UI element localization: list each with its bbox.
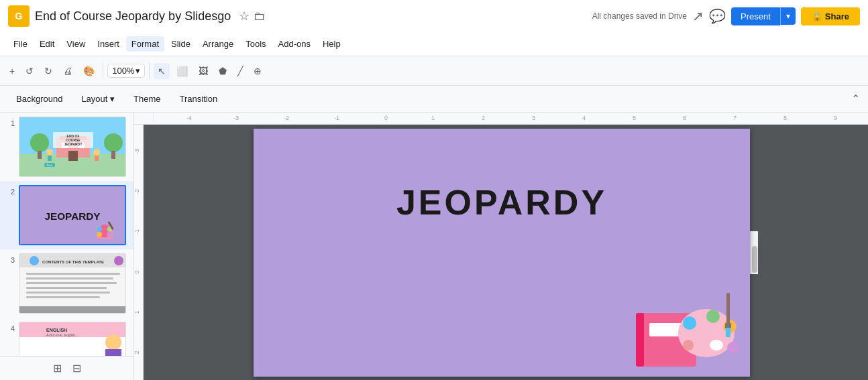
select-tool[interactable]: ↖	[154, 63, 170, 79]
slide-item-3[interactable]: 3 CONTENTS OF THIS TEMPLATE	[0, 249, 133, 318]
menu-tools[interactable]: Tools	[240, 36, 271, 52]
collapse-button[interactable]: ⌃	[851, 92, 860, 105]
svg-text:-1: -1	[334, 115, 339, 121]
title-bar: G End of Course Jeopardy by Slidesgo ☆ 🗀…	[0, 0, 868, 32]
slide-2-svg: JEOPARDY	[19, 186, 126, 244]
svg-text:2: 2	[134, 351, 140, 354]
save-status: All changes saved in Drive	[592, 11, 687, 21]
svg-text:-2: -2	[134, 189, 140, 194]
slide-thumb-2: JEOPARDY	[19, 185, 126, 245]
lock-icon: 🔒	[812, 11, 822, 21]
svg-rect-36	[26, 273, 120, 275]
share-label: Share	[825, 11, 849, 21]
svg-point-29	[107, 232, 113, 237]
menu-edit[interactable]: Edit	[34, 36, 60, 52]
svg-point-47	[105, 334, 121, 351]
svg-text:1: 1	[134, 310, 140, 314]
svg-point-35	[114, 256, 123, 265]
main-content: 1	[0, 113, 868, 380]
theme-button[interactable]: Theme	[125, 91, 168, 107]
frame-tool[interactable]: ⬜	[172, 63, 192, 79]
svg-rect-38	[26, 282, 117, 284]
undo-button[interactable]: ↺	[21, 63, 38, 79]
svg-text:3: 3	[532, 115, 535, 121]
menu-format[interactable]: Format	[126, 36, 164, 52]
canvas-area: -4 -3 -2 -1 0 1 2 3 4 5 6 7 8 9 -3	[134, 113, 868, 380]
redo-button[interactable]: ↻	[40, 63, 56, 79]
list-view-button[interactable]: ⊟	[70, 361, 84, 376]
svg-rect-40	[26, 292, 110, 294]
line-tool[interactable]: ╱	[233, 63, 247, 79]
background-button[interactable]: Background	[8, 91, 70, 107]
svg-text:-1: -1	[134, 229, 140, 235]
svg-rect-11	[111, 151, 115, 159]
slide-number-4: 4	[5, 324, 15, 332]
svg-text:-4: -4	[186, 115, 192, 121]
svg-text:JEOPARDY: JEOPARDY	[45, 210, 101, 222]
ruler-ticks-h: -4 -3 -2 -1 0 1 2 3 4 5 6 7 8 9	[153, 113, 864, 123]
svg-rect-9	[38, 151, 42, 159]
menu-insert[interactable]: Insert	[92, 36, 125, 52]
scrollbar-thumb[interactable]	[752, 246, 757, 273]
title-icons: ☆ 🗀	[239, 9, 266, 23]
action-bar-right: ⌃	[851, 92, 860, 105]
separator-1	[103, 63, 103, 79]
star-icon[interactable]: ☆	[239, 9, 250, 23]
shape-tool[interactable]: ⬟	[215, 63, 231, 79]
present-button[interactable]: Present	[731, 7, 780, 25]
share-button[interactable]: 🔒 Share	[801, 7, 860, 25]
grid-view-button[interactable]: ⊞	[50, 361, 64, 376]
present-dropdown-button[interactable]: ▾	[780, 7, 796, 25]
comment-button[interactable]: 💬	[709, 8, 726, 24]
more-tool[interactable]: ⊕	[250, 63, 266, 79]
svg-point-28	[97, 232, 102, 237]
transition-button[interactable]: Transition	[172, 91, 226, 107]
slide-item-1[interactable]: 1	[0, 113, 133, 181]
separator-2	[149, 63, 150, 79]
menu-arrange[interactable]: Arrange	[197, 36, 239, 52]
slide-canvas-wrapper[interactable]: JEOPARDY	[144, 125, 868, 380]
svg-text:Start: Start	[47, 164, 53, 167]
menu-bar: File Edit View Insert Format Slide Arran…	[0, 32, 868, 56]
folder-icon[interactable]: 🗀	[254, 9, 266, 23]
zoom-down-icon: ▾	[135, 66, 140, 76]
image-tool[interactable]: 🖼	[195, 63, 212, 79]
svg-point-26	[97, 227, 102, 232]
svg-point-82	[710, 340, 723, 351]
svg-text:6: 6	[683, 115, 686, 121]
svg-rect-7	[68, 151, 78, 161]
svg-text:0: 0	[384, 115, 388, 121]
slide-thumb-1: END OF COURSE JEOPARDY Start	[19, 117, 126, 177]
print-button[interactable]: 🖨	[59, 63, 76, 79]
art-decoration	[629, 286, 743, 373]
paint-format-button[interactable]: 🎨	[79, 63, 99, 79]
svg-text:9: 9	[834, 115, 837, 121]
svg-rect-88	[726, 293, 730, 326]
menu-slide[interactable]: Slide	[166, 36, 196, 52]
slide-number-3: 3	[5, 256, 15, 264]
add-button[interactable]: +	[5, 63, 19, 79]
menu-help[interactable]: Help	[317, 36, 346, 52]
ruler-ticks-v: -3 -2 -1 0 1 2	[134, 125, 144, 380]
menu-view[interactable]: View	[61, 36, 91, 52]
slide-main-title[interactable]: JEOPARDY	[254, 182, 750, 223]
svg-text:ENGLISH: ENGLISH	[46, 328, 67, 332]
trend-button[interactable]: ↗	[692, 8, 704, 24]
ruler-vertical: -3 -2 -1 0 1 2	[134, 125, 144, 380]
svg-rect-19	[95, 155, 99, 161]
app-logo: G	[8, 5, 30, 27]
right-scrollbar[interactable]	[750, 231, 758, 274]
zoom-control[interactable]: 100% ▾	[107, 64, 145, 78]
menu-file[interactable]: File	[8, 36, 33, 52]
slide-item-2[interactable]: 2 JEOPARDY	[0, 181, 133, 249]
slide-canvas: JEOPARDY	[254, 129, 750, 377]
svg-point-34	[30, 256, 39, 265]
doc-title: End of Course Jeopardy by Slidesgo	[35, 9, 231, 23]
slide-3-svg: CONTENTS OF THIS TEMPLATE	[19, 254, 126, 314]
menu-addons[interactable]: Add-ons	[273, 36, 316, 52]
layout-button[interactable]: Layout ▾	[73, 91, 123, 107]
svg-text:-2: -2	[284, 115, 289, 121]
zoom-value: 100%	[112, 66, 134, 76]
svg-text:8: 8	[783, 115, 787, 121]
layout-arrow-icon: ▾	[110, 94, 115, 104]
